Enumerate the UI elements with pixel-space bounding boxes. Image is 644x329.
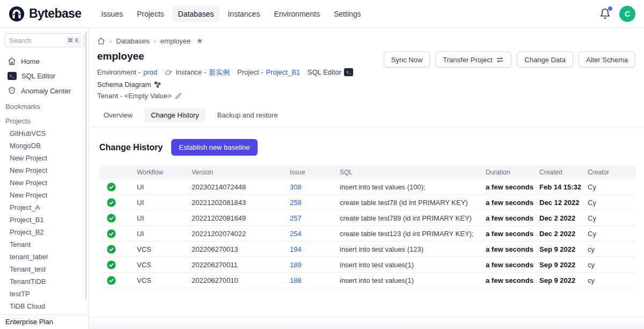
success-check-icon [107,229,116,238]
favorite-star-icon[interactable]: ★ [196,36,203,46]
nav-item[interactable]: Instances [222,6,266,22]
establish-baseline-button[interactable]: Establish new baseline [171,139,257,156]
table-row[interactable]: UI 20221202074022 254 create table test1… [99,226,636,242]
nav-item[interactable]: Settings [328,6,367,22]
version-cell: 202206270011 [192,261,290,269]
duration-cell: a few seconds [486,230,539,238]
sql-cell: insert into test values (100); [340,183,486,191]
column-creator: Creator [588,169,636,176]
breadcrumb: › Databases › employee ★ [90,28,644,46]
status-cell [99,229,137,238]
meta-project: Project - Project_B1 [237,67,300,78]
creator-cell: cy [588,261,636,269]
transfer-project-button[interactable]: Transfer Project [435,52,511,68]
status-cell [99,198,137,207]
breadcrumb-databases[interactable]: Databases [116,37,149,45]
created-cell: Dec 2 2022 [539,214,588,222]
creator-cell: cy [588,245,636,253]
alter-schema-button[interactable]: Alter Schema [579,52,635,68]
schema-diagram-link[interactable]: Schema Diagram [97,79,162,90]
terminal-icon: ›_ [8,72,17,80]
page-header: employee Environment - prod Instance - 新… [90,46,644,101]
issue-link[interactable]: 257 [290,214,340,222]
created-cell: Sep 9 2022 [539,261,588,269]
sidebar-project-item[interactable]: Project_A [0,201,89,214]
meta-instance: Instance - 新实例 [165,67,230,78]
sidebar-project-item[interactable]: New Project [0,164,89,177]
table-row[interactable]: UI 20221202081843 258 create table test7… [99,195,636,210]
duration-cell: a few seconds [486,261,539,269]
avatar[interactable]: C [619,6,635,22]
issue-link[interactable]: 189 [290,261,340,269]
sidebar-item-label: Home [21,57,40,65]
created-cell: Sep 9 2022 [539,245,588,253]
table-row[interactable]: UI 20221202081649 257 create table test7… [99,210,636,226]
table-row[interactable]: VCS 202206270011 189 insert into test va… [99,257,636,273]
sidebar-item-anomaly-center[interactable]: Anomaly Center [0,83,89,98]
creator-cell: cy [588,276,636,284]
tab[interactable]: Overview [97,108,139,122]
issue-link[interactable]: 194 [290,245,340,253]
sidebar-project-item[interactable]: New Project [0,152,89,164]
issue-link[interactable]: 308 [290,183,340,191]
duration-cell: a few seconds [486,214,539,222]
duration-cell: a few seconds [486,199,539,207]
sidebar-project-item[interactable]: GitHubVCS [0,127,89,140]
database-meta: Environment - prod Instance - 新实例 Projec… [97,67,384,101]
creator-cell: Cy [588,199,636,207]
sidebar-item-home[interactable]: Home [0,54,89,69]
notifications-button[interactable] [599,8,611,19]
sidebar-section-projects[interactable]: Projects [0,113,89,127]
sidebar-project-item[interactable]: testTP [0,288,89,300]
duration-cell: a few seconds [486,276,539,284]
sidebar-section-bookmarks[interactable]: Bookmarks [0,98,89,113]
issue-link[interactable]: 254 [290,230,340,238]
sidebar-project-item[interactable]: Project_B1 [0,214,89,226]
sidebar-project-item[interactable]: tenant_label [0,251,89,263]
project-link[interactable]: Project_B1 [266,67,300,78]
edit-pencil-icon[interactable] [174,92,182,100]
nav-item[interactable]: Environments [268,6,326,22]
breadcrumb-employee[interactable]: employee [160,37,191,45]
table-row[interactable]: VCS 202206270010 188 insert into test va… [99,273,636,288]
section-title: Change History [99,143,163,152]
sidebar-project-item[interactable]: Project_B2 [0,226,89,238]
column-created: Created [539,169,588,176]
notification-dot [608,6,612,11]
nav-item[interactable]: Projects [131,6,170,22]
sync-now-button[interactable]: Sync Now [384,52,430,68]
bytebase-logo[interactable]: Bytebase [9,6,81,22]
transfer-arrows-icon [496,56,504,63]
tab[interactable]: Backup and restore [211,108,284,122]
sidebar-project-item[interactable]: TiDB Cloud [0,300,89,312]
sidebar-project-item[interactable]: MongoDB [0,140,89,152]
search-input[interactable] [9,36,65,45]
version-cell: 202206270013 [192,245,290,253]
nav-item[interactable]: Databases [172,6,220,22]
status-cell [99,245,137,254]
created-cell: Dec 2 2022 [539,230,588,238]
sidebar-project-item[interactable]: TenantTiDB [0,275,89,288]
sidebar-project-item[interactable]: Tenant_test [0,263,89,275]
search-box[interactable]: ⌘ K [4,33,84,47]
table-row[interactable]: VCS 202206270013 194 insert into test va… [99,242,636,257]
sql-cell: insert into test values(1) [340,276,486,284]
environment-link[interactable]: prod [143,67,157,78]
table-row[interactable]: UI 20230214072448 308 insert into test v… [99,179,636,195]
issue-link[interactable]: 188 [290,276,340,284]
nav-item[interactable]: Issues [95,6,128,22]
page-actions: Sync Now Transfer Project Change Data Al… [384,46,635,68]
sql-editor-link[interactable]: SQL Editor ›_ [308,67,353,78]
tab[interactable]: Change History [144,108,206,122]
instance-link[interactable]: 新实例 [209,67,230,78]
home-icon[interactable] [97,37,105,45]
sidebar-project-item[interactable]: New Project [0,189,89,201]
issue-link[interactable]: 258 [290,199,340,207]
sidebar-item-sql-editor[interactable]: ›_ SQL Editor [0,69,89,83]
change-data-button[interactable]: Change Data [517,52,573,68]
sidebar-project-item[interactable]: New Project [0,177,89,189]
mysql-instance-icon [165,69,173,76]
sidebar-project-item[interactable]: Tenant [0,238,89,251]
plan-badge: Enterprise Plan [0,315,89,329]
sidebar-scrollbar[interactable] [85,31,87,299]
